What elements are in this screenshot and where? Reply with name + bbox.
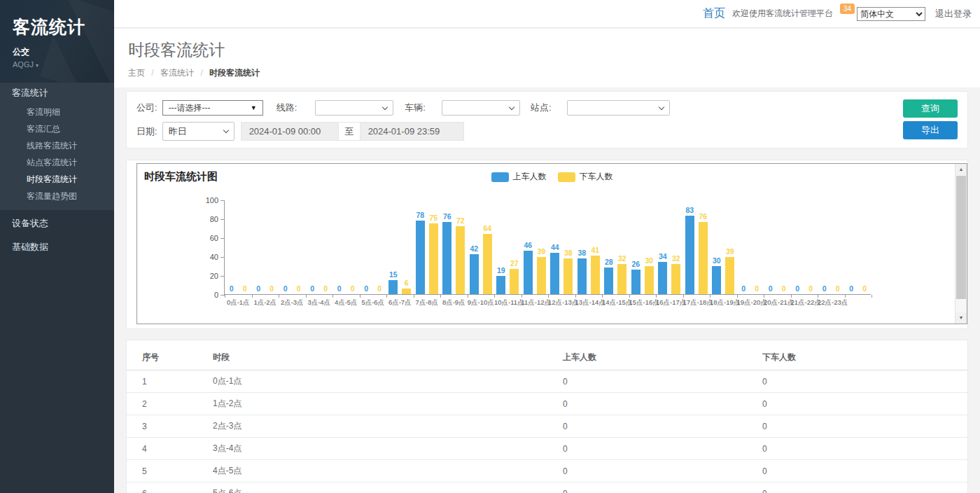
x-tick-mark <box>548 295 549 298</box>
bar-上车人数 <box>631 270 640 294</box>
x-tick-mark <box>575 295 576 298</box>
chart-title: 时段车流统计图 <box>144 170 218 183</box>
breadcrumb-section[interactable]: 客流统计 <box>160 68 194 78</box>
chart-category-20点-21点: 00 <box>764 200 791 294</box>
notification-badge[interactable]: 34 <box>840 4 855 14</box>
chart-panel: 时段车流统计图 上车人数下车人数 020406080100000点-1点001点… <box>126 160 968 329</box>
sidebar-item-客流明细[interactable]: 客流明细 <box>0 104 114 120</box>
table-cell: 0 <box>757 482 967 493</box>
x-tick-label: 12点-13点 <box>548 298 575 307</box>
chart-category-17点-18点: 8376 <box>683 200 710 294</box>
station-select[interactable] <box>567 100 670 116</box>
chart-category-2点-3点: 00 <box>279 200 306 294</box>
x-tick-mark <box>845 295 846 298</box>
legend-item-下车人数[interactable]: 下车人数 <box>558 171 613 183</box>
date-label: 日期: <box>136 125 158 138</box>
table-cell: 0 <box>757 438 967 460</box>
scroll-down-arrow[interactable]: ▼ <box>955 312 967 324</box>
table-cell: 0 <box>557 415 757 438</box>
logout-link[interactable]: 退出登录 <box>935 8 972 20</box>
x-tick-mark <box>522 295 522 298</box>
breadcrumb-home[interactable]: 主页 <box>128 68 145 78</box>
sidebar-item-客流量趋势图[interactable]: 客流量趋势图 <box>0 188 114 204</box>
scroll-up-arrow[interactable]: ▲ <box>955 164 967 175</box>
x-tick-label: 1点-2点 <box>252 298 279 307</box>
bar-上车人数 <box>604 268 613 294</box>
company-select[interactable]: ---请选择--- ▼ <box>162 100 263 116</box>
chart-scrollbar[interactable]: ▲ ▼ <box>955 164 967 324</box>
legend-swatch <box>491 172 509 182</box>
sidebar-item-站点客流统计[interactable]: 站点客流统计 <box>0 154 114 171</box>
sidebar-item-线路客流统计[interactable]: 线路客流统计 <box>0 137 114 154</box>
bar-上车人数 <box>658 262 667 294</box>
bar-下车人数 <box>564 258 573 294</box>
x-tick-mark <box>360 295 360 298</box>
x-tick-mark <box>737 295 738 298</box>
breadcrumb: 主页 / 客流统计 / 时段客流统计 <box>128 67 966 79</box>
chart-category-14点-15点: 2832 <box>602 200 629 294</box>
app-title: 客流统计 <box>13 15 103 39</box>
y-tick-label: 80 <box>210 215 218 223</box>
table-cell: 4 <box>127 438 207 460</box>
x-tick-label: 4点-5点 <box>332 298 360 307</box>
table-row: 21点-2点00 <box>127 393 967 415</box>
table-cell: 5 <box>127 460 207 482</box>
line-select[interactable] <box>315 100 393 116</box>
date-start-input[interactable]: 2024-01-09 00:00 <box>241 122 339 141</box>
x-tick-mark <box>225 295 225 298</box>
home-link[interactable]: 首页 <box>703 6 725 21</box>
x-tick-label: 7点-8点 <box>414 298 441 307</box>
x-tick-label: 20点-21点 <box>764 298 791 307</box>
bar-下车人数 <box>429 223 438 294</box>
company-label: 公司: <box>136 102 158 114</box>
bar-上车人数 <box>416 221 425 294</box>
bar-上车人数 <box>578 258 587 294</box>
sidebar-section-客流统计[interactable]: 客流统计 <box>0 83 114 104</box>
export-button[interactable]: 导出 <box>903 121 958 139</box>
x-tick-label: 6点-7点 <box>386 298 414 307</box>
table-cell: 0 <box>557 438 757 460</box>
bar-上车人数 <box>712 266 721 295</box>
table-panel: 序号时段上车人数下车人数 10点-1点0021点-2点0032点-3点0043点… <box>126 340 968 493</box>
page-title: 时段客流统计 <box>128 39 966 61</box>
y-tick-label: 0 <box>214 291 218 299</box>
scrollbar-thumb[interactable] <box>956 176 966 299</box>
date-end-input[interactable]: 2024-01-09 23:59 <box>360 122 464 141</box>
x-tick-label: 14点-15点 <box>602 298 629 307</box>
main-content: 公司: ---请选择--- ▼ 线路: 车辆: 站点: 日期: 昨日 2024-… <box>114 88 980 493</box>
legend-item-上车人数[interactable]: 上车人数 <box>491 171 547 183</box>
sidebar-item-客流汇总[interactable]: 客流汇总 <box>0 120 114 137</box>
x-tick-mark <box>494 295 495 298</box>
bar-value-label: 30 <box>706 256 727 265</box>
bar-下车人数 <box>483 234 492 294</box>
chart-category-18点-19点: 3039 <box>710 200 737 294</box>
caret-down-icon: ▾ <box>36 62 38 69</box>
x-tick-mark <box>872 295 872 298</box>
sidebar-section-基础数据[interactable]: 基础数据 <box>0 237 114 258</box>
bar-value-label: 19 <box>491 266 512 275</box>
chart-plot-area: 020406080100000点-1点001点-2点002点-3点003点-4点… <box>224 200 871 295</box>
chart-category-5点-6点: 00 <box>360 200 387 294</box>
x-tick-mark <box>602 295 603 298</box>
query-button[interactable]: 查询 <box>903 99 958 118</box>
table-cell: 1 <box>127 370 207 393</box>
date-preset-select[interactable]: 昨日 <box>162 122 234 141</box>
table-row: 65点-6点00 <box>127 482 967 493</box>
chart-category-19点-20点: 00 <box>737 200 764 294</box>
topbar: 首页 欢迎使用客流统计管理平台 34 简体中文 退出登录 <box>114 0 980 28</box>
x-tick-mark <box>710 295 710 298</box>
vehicle-select[interactable] <box>442 100 520 116</box>
sidebar-item-时段客流统计[interactable]: 时段客流统计 <box>0 171 114 188</box>
sidebar-section-设备状态[interactable]: 设备状态 <box>0 213 114 234</box>
x-tick-mark <box>414 295 414 298</box>
sidebar: 客流统计 公交 AQGJ▾ 客流统计客流明细客流汇总线路客流统计站点客流统计时段… <box>0 0 114 493</box>
language-select[interactable]: 简体中文 <box>857 7 925 21</box>
org-dropdown[interactable]: AQGJ▾ <box>13 60 103 69</box>
x-tick-mark <box>656 295 657 298</box>
vehicle-label: 车辆: <box>405 102 426 114</box>
chart-category-0点-1点: 00 <box>225 200 252 294</box>
chevron-down-icon <box>658 104 664 109</box>
sidebar-submenu: 客流明细客流汇总线路客流统计站点客流统计时段客流统计客流量趋势图 <box>0 104 114 210</box>
table-cell: 3 <box>127 415 207 438</box>
x-tick-mark <box>279 295 279 298</box>
